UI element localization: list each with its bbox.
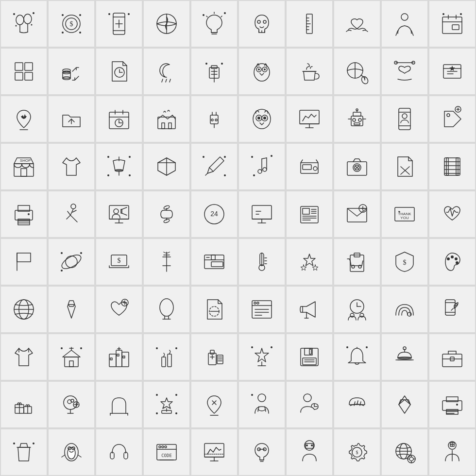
icon-cube[interactable] (144, 144, 189, 189)
icon-watermelon[interactable] (334, 382, 380, 427)
icon-expert[interactable] (239, 382, 285, 427)
icon-heart-monitor[interactable] (429, 191, 475, 237)
icon-stars[interactable] (287, 239, 332, 285)
icon-coffee[interactable] (287, 49, 332, 94)
icon-laptop-money[interactable]: $ (96, 239, 142, 285)
icon-running[interactable] (49, 191, 94, 237)
icon-ruler[interactable] (287, 1, 332, 47)
icon-owl[interactable] (239, 49, 285, 94)
icon-camera-blocked[interactable] (334, 144, 380, 189)
icon-thermometer[interactable] (239, 239, 285, 285)
icon-star-rating[interactable] (429, 49, 475, 94)
icon-newspaper[interactable] (287, 191, 332, 237)
icon-clock-people[interactable] (334, 287, 380, 332)
icon-phone-rocket[interactable] (429, 287, 475, 332)
icon-robot[interactable] (334, 96, 380, 142)
icon-rainbow[interactable] (382, 287, 427, 332)
icon-map-pin[interactable] (1, 96, 47, 142)
icon-folder-upload[interactable] (49, 96, 94, 142)
icon-clipboard[interactable] (334, 239, 380, 285)
icon-globe-mouse[interactable] (334, 49, 380, 94)
icon-robot-person[interactable] (287, 429, 332, 475)
icon-code[interactable]: CODE (144, 429, 189, 475)
icon-copy-machine[interactable] (429, 382, 475, 427)
icon-document-x[interactable] (382, 144, 427, 189)
icon-shop[interactable]: SHOP (1, 144, 47, 189)
icon-person-refresh[interactable] (287, 382, 332, 427)
icon-document-minus[interactable] (191, 287, 237, 332)
icon-clothing[interactable] (1, 334, 47, 380)
icon-gifts[interactable] (1, 382, 47, 427)
icon-browser[interactable] (191, 239, 237, 285)
icon-floppy-disk[interactable] (287, 334, 332, 380)
icon-candles[interactable] (144, 334, 189, 380)
icon-award[interactable] (239, 334, 285, 380)
icon-megaphone[interactable] (287, 287, 332, 332)
icon-arch[interactable] (96, 382, 142, 427)
icon-flag[interactable] (1, 239, 47, 285)
icon-calendar[interactable] (429, 1, 475, 47)
icon-gear-currency[interactable]: $ (334, 429, 380, 475)
icon-webinar[interactable] (96, 191, 142, 237)
icon-mirror[interactable] (144, 287, 189, 332)
icon-toolbox[interactable] (429, 334, 475, 380)
icon-factory[interactable] (144, 96, 189, 142)
icon-envelope-plus[interactable] (334, 191, 380, 237)
icon-headphones[interactable] (96, 429, 142, 475)
icon-nurse[interactable] (429, 429, 475, 475)
icon-hands-heart[interactable] (334, 1, 380, 47)
icon-person[interactable] (382, 1, 427, 47)
icon-pencil[interactable] (191, 144, 237, 189)
icon-stage[interactable] (144, 382, 189, 427)
icon-radio[interactable] (287, 144, 332, 189)
icon-location-cancel[interactable] (191, 382, 237, 427)
icon-shield-dollar[interactable]: $ (382, 239, 427, 285)
icon-thank-you[interactable]: THANK YOU (382, 191, 427, 237)
icon-bell[interactable] (334, 334, 380, 380)
icon-music[interactable] (239, 144, 285, 189)
icon-calendar-clock[interactable] (96, 96, 142, 142)
icon-tag-plus[interactable] (429, 96, 475, 142)
icon-drink[interactable] (1, 429, 47, 475)
icon-brain[interactable] (49, 382, 94, 427)
icon-lightbulb[interactable] (191, 1, 237, 47)
icon-globe-crack[interactable] (144, 1, 189, 47)
icon-globe-settings[interactable] (382, 429, 427, 475)
icon-dollar-coin[interactable]: $ (49, 1, 94, 47)
icon-globe[interactable] (1, 287, 47, 332)
icon-dish[interactable] (382, 334, 427, 380)
icon-accordion[interactable] (429, 144, 475, 189)
icon-webpage[interactable] (239, 287, 285, 332)
icon-coins-exchange[interactable] (49, 49, 94, 94)
icon-document-clock[interactable] (96, 49, 142, 94)
icon-penguin[interactable] (49, 429, 94, 475)
icon-medicine[interactable] (191, 334, 237, 380)
icon-plug[interactable] (191, 96, 237, 142)
icon-24hours[interactable]: 24 (191, 191, 237, 237)
icon-balloons[interactable] (1, 1, 47, 47)
icon-mobile-medical[interactable] (96, 1, 142, 47)
icon-printer[interactable] (1, 191, 47, 237)
icon-grid[interactable] (1, 49, 47, 94)
icon-hearts-arrows[interactable] (382, 49, 427, 94)
icon-monitor-chart[interactable] (287, 96, 332, 142)
icon-monitor[interactable] (239, 191, 285, 237)
icon-lamp[interactable] (96, 144, 142, 189)
icon-moon-rain[interactable] (144, 49, 189, 94)
icon-palette[interactable] (429, 239, 475, 285)
icon-tools[interactable] (144, 239, 189, 285)
icon-church[interactable] (49, 334, 94, 380)
icon-tie[interactable] (49, 287, 94, 332)
icon-diamond[interactable] (382, 382, 427, 427)
icon-phone-contact[interactable] (382, 96, 427, 142)
icon-shirt[interactable] (49, 144, 94, 189)
icon-city[interactable] (96, 334, 142, 380)
icon-planet[interactable] (49, 239, 94, 285)
icon-syringe[interactable] (191, 49, 237, 94)
icon-chain[interactable] (144, 191, 189, 237)
icon-idea-brain[interactable] (239, 429, 285, 475)
icon-skull[interactable] (239, 1, 285, 47)
icon-owl-face[interactable] (239, 96, 285, 142)
icon-presentation[interactable] (191, 429, 237, 475)
icon-heart-plus[interactable] (96, 287, 142, 332)
